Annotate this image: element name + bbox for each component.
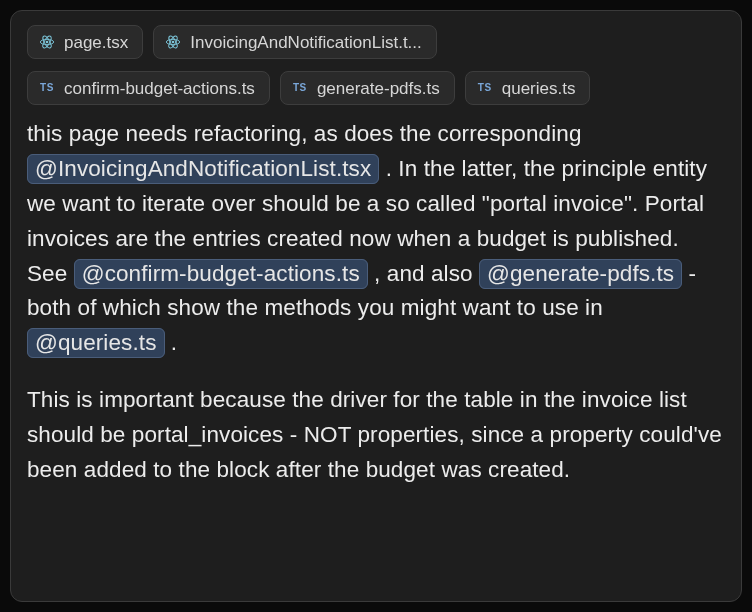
file-mention-generate-pdfs[interactable]: @generate-pdfs.ts xyxy=(479,259,682,289)
message-body: this page needs refactoring, as does the… xyxy=(27,117,725,488)
typescript-icon: TS xyxy=(291,79,309,97)
file-tab-page-tsx[interactable]: page.tsx xyxy=(27,25,143,59)
file-tab-label: page.tsx xyxy=(64,34,128,51)
file-tab-queries[interactable]: TS queries.ts xyxy=(465,71,591,105)
file-tab-label: InvoicingAndNotificationList.t... xyxy=(190,34,422,51)
file-tab-label: confirm-budget-actions.ts xyxy=(64,80,255,97)
typescript-icon: TS xyxy=(476,79,494,97)
file-tab-row-1: page.tsx InvoicingAndNotificationList.t.… xyxy=(27,25,725,59)
file-tab-invoicing-list[interactable]: InvoicingAndNotificationList.t... xyxy=(153,25,437,59)
file-tab-label: generate-pdfs.ts xyxy=(317,80,440,97)
message-paragraph-1: this page needs refactoring, as does the… xyxy=(27,117,725,361)
typescript-icon: TS xyxy=(38,79,56,97)
svg-point-0 xyxy=(46,41,49,44)
file-mention-queries[interactable]: @queries.ts xyxy=(27,328,165,358)
text-run: this page needs refactoring, as does the… xyxy=(27,121,582,146)
chat-message-panel: page.tsx InvoicingAndNotificationList.t.… xyxy=(10,10,742,602)
message-paragraph-2: This is important because the driver for… xyxy=(27,383,725,488)
file-mention-invoicing-list[interactable]: @InvoicingAndNotificationList.tsx xyxy=(27,154,379,184)
react-icon xyxy=(38,33,56,51)
react-icon xyxy=(164,33,182,51)
file-tab-row-2: TS confirm-budget-actions.ts TS generate… xyxy=(27,71,725,105)
file-tab-confirm-budget-actions[interactable]: TS confirm-budget-actions.ts xyxy=(27,71,270,105)
file-tab-label: queries.ts xyxy=(502,80,576,97)
text-run: . xyxy=(171,330,177,355)
file-mention-confirm-budget-actions[interactable]: @confirm-budget-actions.ts xyxy=(74,259,368,289)
text-run: , and also xyxy=(374,261,479,286)
file-tab-generate-pdfs[interactable]: TS generate-pdfs.ts xyxy=(280,71,455,105)
svg-point-4 xyxy=(172,41,175,44)
